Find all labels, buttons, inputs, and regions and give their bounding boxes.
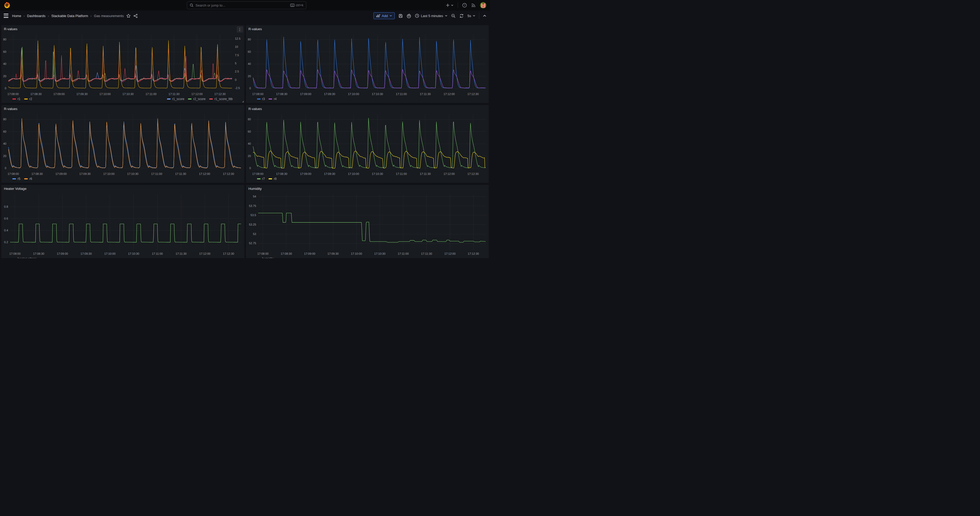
refresh-interval-picker[interactable]: 5s (468, 14, 475, 18)
refresh-button[interactable] (459, 14, 464, 18)
legend-item[interactable]: r6 (24, 177, 32, 181)
y-axis-tick-label: 40 (3, 142, 6, 145)
legend-label: r2 (29, 97, 32, 101)
breadcrumb-item[interactable]: Gas measurements (94, 14, 124, 18)
y-axis-tick-label: 60 (3, 50, 6, 53)
legend-swatch-icon (257, 178, 261, 179)
time-series-plot[interactable]: 17:08:0017:08:3017:09:0017:09:3017:10:00… (246, 192, 489, 256)
time-series-plot[interactable]: 17:08:0017:08:3017:09:0017:09:3017:10:00… (1, 112, 244, 177)
grafana-logo-icon[interactable] (4, 2, 11, 9)
breadcrumb-item[interactable]: Stackable Data Platform (51, 14, 88, 18)
legend-group: r7r8 (257, 177, 277, 181)
collapse-toolbar-button[interactable] (483, 14, 486, 18)
legend-item[interactable]: r5 (12, 177, 21, 181)
y-axis-tick-label: 80 (248, 38, 251, 41)
y-axis-tick-label: 54 (253, 195, 256, 198)
x-axis-tick-label: 17:10:30 (127, 172, 138, 175)
dashboard-toolbar: Home›Dashboards›Stackable Data Platform›… (0, 11, 490, 21)
breadcrumb-item[interactable]: Dashboards (27, 14, 45, 18)
legend-item[interactable]: r2_score (188, 97, 205, 101)
add-panel-button[interactable]: Add (374, 12, 395, 19)
chevron-down-icon (445, 14, 447, 17)
legend-item[interactable]: r4 (269, 97, 277, 101)
legend-swatch-icon (24, 178, 28, 179)
panel-title[interactable]: R-values (248, 107, 262, 111)
top-nav-bar: Search or jump to... ctrl+k ? (0, 0, 490, 11)
clock-icon (415, 14, 419, 18)
legend-item[interactable]: heatervoltage (12, 257, 37, 258)
legend-item[interactable]: humidity (257, 257, 274, 258)
time-series-plot[interactable]: 17:08:0017:08:3017:09:0017:09:3017:10:00… (246, 33, 489, 97)
y-axis-tick-label: 60 (3, 130, 6, 133)
legend-item[interactable]: r7 (257, 177, 265, 181)
legend-item[interactable]: r1_score_lttb (209, 97, 232, 101)
y-axis-tick-label: 60 (248, 130, 251, 133)
panel-legend: heatervoltage (1, 256, 244, 258)
legend-item[interactable]: r8 (269, 177, 277, 181)
legend-swatch-icon (12, 178, 16, 179)
y-axis-tick-label: 40 (248, 62, 251, 65)
panel-menu-button[interactable]: ⋮ (237, 26, 243, 33)
x-axis-tick-label: 17:09:00 (56, 172, 67, 175)
search-icon (190, 3, 193, 7)
panel-title[interactable]: R-values (4, 27, 18, 31)
right-y-axis-tick-label: -2.5 (235, 86, 240, 89)
dashboard-settings-button[interactable] (407, 13, 411, 18)
mega-menu-toggle[interactable] (3, 13, 10, 19)
legend-item[interactable]: r1 (12, 97, 21, 101)
breadcrumb-item[interactable]: Home (12, 14, 21, 18)
news-button[interactable] (471, 3, 476, 8)
series-line-r6 (8, 118, 241, 168)
panel-title[interactable]: R-values (248, 27, 262, 31)
time-range-label: Last 5 minutes (421, 14, 443, 18)
search-input[interactable]: Search or jump to... ctrl+k (187, 1, 306, 9)
search-shortcut: ctrl+k (290, 3, 303, 7)
legend-item[interactable]: r1_score (167, 97, 185, 101)
y-axis-tick-label: 0.6 (4, 217, 8, 220)
x-axis-tick-label: 17:09:00 (300, 92, 311, 96)
help-button[interactable]: ? (462, 3, 467, 8)
x-axis-tick-label: 17:08:30 (30, 92, 42, 96)
time-series-plot[interactable]: 17:08:0017:08:3017:09:0017:09:3017:10:00… (246, 112, 489, 177)
legend-label: r7 (262, 177, 265, 181)
time-series-plot[interactable]: 17:08:0017:08:3017:09:0017:09:3017:10:00… (1, 33, 244, 97)
zoom-out-time-button[interactable] (451, 14, 456, 18)
share-button[interactable] (133, 14, 138, 18)
rss-icon (471, 3, 476, 8)
legend-label: r8 (274, 177, 277, 181)
x-axis-tick-label: 17:10:00 (351, 252, 362, 255)
user-avatar[interactable] (480, 2, 486, 8)
y-axis-tick-label: 0 (249, 167, 251, 170)
refresh-icon (459, 14, 464, 18)
legend-label: r4 (274, 97, 277, 101)
favorite-star-button[interactable] (126, 14, 131, 18)
legend-label: r1_score (172, 97, 185, 101)
panel-title[interactable]: Humidity (248, 187, 262, 191)
star-icon (126, 14, 131, 18)
plus-icon (445, 3, 450, 7)
save-dashboard-button[interactable] (398, 14, 403, 18)
chart-canvas: 17:08:0017:08:3017:09:0017:09:3017:10:00… (1, 33, 244, 97)
panel-resize-handle[interactable] (242, 100, 244, 102)
y-axis-tick-label: 0.4 (4, 229, 8, 232)
x-axis-tick-label: 17:08:30 (32, 172, 43, 175)
add-button-label: Add (382, 14, 388, 18)
legend-label: r1 (18, 97, 21, 101)
panel-title[interactable]: Heater Voltage (4, 187, 27, 191)
new-button[interactable] (445, 3, 453, 7)
legend-group: humidity (257, 257, 274, 258)
panel-r-values-4: R-values 17:08:0017:08:3017:09:0017:09:3… (246, 105, 489, 183)
legend-item[interactable]: r2 (24, 97, 32, 101)
panel-title[interactable]: R-values (4, 107, 18, 111)
chart-canvas: 17:08:0017:08:3017:09:0017:09:3017:10:00… (1, 112, 244, 177)
y-axis-tick-label: 0.2 (4, 240, 8, 244)
time-range-picker[interactable]: Last 5 minutes (415, 14, 448, 18)
time-series-plot[interactable]: 17:08:0017:08:3017:09:0017:09:3017:10:00… (1, 192, 244, 256)
y-axis-tick-label: 40 (248, 142, 251, 145)
legend-group: heatervoltage (12, 257, 37, 258)
legend-swatch-icon (24, 99, 28, 100)
panel-legend: r5r6 (1, 177, 244, 183)
x-axis-tick-label: 17:08:00 (252, 92, 264, 96)
legend-item[interactable]: r3 (257, 97, 265, 101)
x-axis-tick-label: 17:09:30 (324, 92, 335, 96)
